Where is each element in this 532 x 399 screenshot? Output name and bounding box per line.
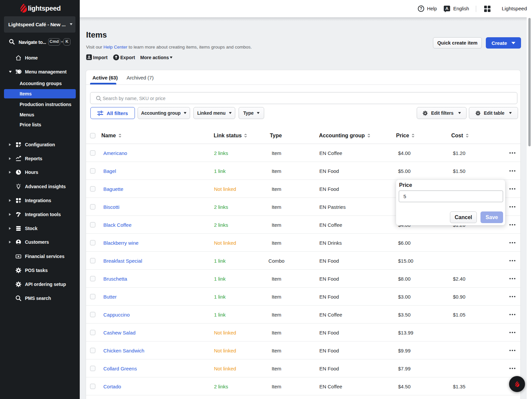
svg-text:A: A (445, 6, 449, 11)
svg-text:?: ? (420, 6, 422, 11)
